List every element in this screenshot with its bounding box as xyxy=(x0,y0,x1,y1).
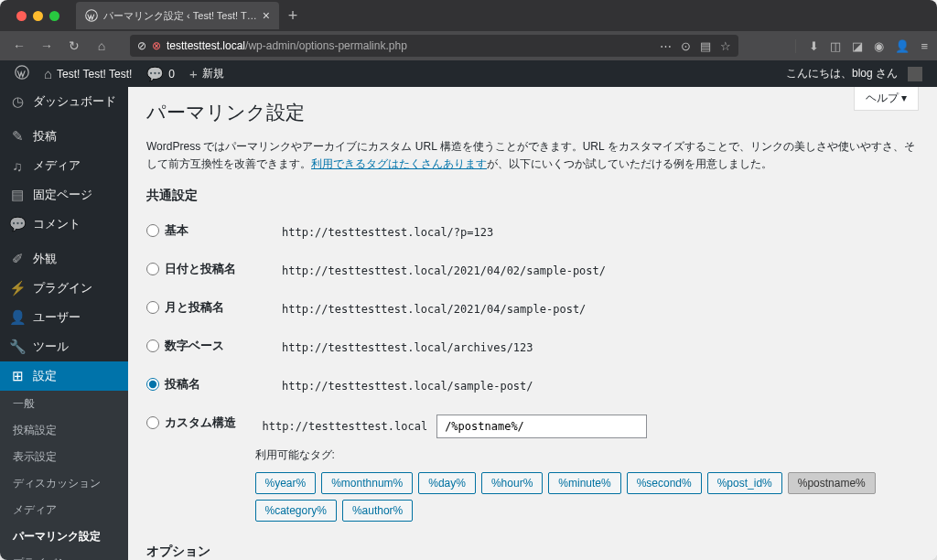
shield-icon: ⊘ xyxy=(137,39,146,52)
bookmark-icon[interactable]: ☆ xyxy=(720,39,731,53)
permalink-radio[interactable] xyxy=(146,301,159,314)
sidebar-icon[interactable]: ◪ xyxy=(852,39,863,53)
library-icon[interactable]: ◫ xyxy=(830,39,841,53)
submenu-item[interactable]: ディスカッション xyxy=(0,470,128,497)
tag-button[interactable]: %monthnum% xyxy=(321,472,413,494)
menu-icon[interactable]: ≡ xyxy=(921,39,928,53)
local-icon: ⊗ xyxy=(152,39,161,52)
account-icon[interactable]: 👤 xyxy=(895,39,910,53)
back-button[interactable]: ← xyxy=(9,36,29,56)
option-label[interactable]: 投稿名 xyxy=(146,376,275,393)
reload-button[interactable]: ↻ xyxy=(64,36,84,56)
tag-button[interactable]: %second% xyxy=(627,472,702,494)
account-link[interactable]: こんにちは、blog さん xyxy=(779,66,930,81)
submenu-item[interactable]: パーマリンク設定 xyxy=(0,523,128,550)
tag-button[interactable]: %year% xyxy=(255,472,317,494)
wp-logo[interactable] xyxy=(7,60,37,87)
common-settings-heading: 共通設定 xyxy=(146,188,919,204)
permalink-option-row: 日付と投稿名http://testtesttest.local/2021/04/… xyxy=(146,252,919,290)
sidebar-item-plug[interactable]: ⚡プラグイン xyxy=(0,274,128,303)
permalink-option-row: カスタム構造 http://testtesttest.local 利用可能なタグ… xyxy=(146,405,919,531)
tag-button[interactable]: %author% xyxy=(342,500,413,522)
wp-admin-bar: ⌂Test! Test! Test! 💬0 +新規 こんにちは、blog さん xyxy=(0,60,937,87)
tag-button[interactable]: %day% xyxy=(418,472,476,494)
svg-point-0 xyxy=(86,10,98,22)
window-minimize-icon[interactable] xyxy=(33,11,43,21)
new-content-link[interactable]: +新規 xyxy=(182,60,232,87)
mobile-icon[interactable]: ▤ xyxy=(700,39,711,53)
permalink-example: http://testtesttest.local/sample-post/ xyxy=(275,376,541,396)
tag-button[interactable]: %post_id% xyxy=(707,472,782,494)
page-intro: WordPress ではパーマリンクやアーカイブにカスタム URL 構造を使うこ… xyxy=(146,138,919,173)
user-icon: 👤 xyxy=(9,309,26,326)
tag-button[interactable]: %category% xyxy=(255,500,337,522)
tab-title: パーマリンク設定 ‹ Test! Test! T… xyxy=(103,9,257,23)
base-url: http://testtesttest.local xyxy=(255,415,436,437)
comments-link[interactable]: 💬0 xyxy=(139,60,182,87)
tag-button[interactable]: %minute% xyxy=(548,472,620,494)
download-icon[interactable]: ⬇ xyxy=(809,39,819,53)
home-button[interactable]: ⌂ xyxy=(92,36,112,56)
url-input[interactable]: ⊘ ⊗ testtesttest.local/wp-admin/options-… xyxy=(130,35,738,57)
comment-icon: 💬 xyxy=(9,216,26,232)
option-label[interactable]: 数字ベース xyxy=(146,338,275,354)
sidebar-item-pin[interactable]: ✎投稿 xyxy=(0,122,128,151)
sidebar-item-comment[interactable]: 💬コメント xyxy=(0,210,128,239)
dashboard-icon: ◷ xyxy=(9,93,26,110)
permalink-radio[interactable] xyxy=(146,416,159,429)
window-zoom-icon[interactable] xyxy=(49,11,59,21)
reader-icon[interactable]: ⊙ xyxy=(681,39,691,53)
submenu-item[interactable]: 一般 xyxy=(0,391,128,417)
sidebar-item-tool[interactable]: 🔧ツール xyxy=(0,332,128,361)
admin-sidebar: ◷ダッシュボード✎投稿♫メディア▤固定ページ💬コメント✐外観⚡プラグイン👤ユーザ… xyxy=(0,87,128,560)
option-heading: オプション xyxy=(146,544,919,560)
permalink-option-row: 投稿名http://testtesttest.local/sample-post… xyxy=(146,367,919,405)
sidebar-item-user[interactable]: 👤ユーザー xyxy=(0,303,128,332)
permalink-radio[interactable] xyxy=(146,378,159,391)
option-label[interactable]: カスタム構造 xyxy=(146,415,255,431)
permalink-radio[interactable] xyxy=(146,339,159,352)
submenu-item[interactable]: メディア xyxy=(0,497,128,523)
window-close-icon[interactable] xyxy=(16,11,27,21)
sidebar-item-settings[interactable]: ⊞設定 xyxy=(0,361,128,391)
site-name-link[interactable]: ⌂Test! Test! Test! xyxy=(37,60,139,87)
sidebar-item-dashboard[interactable]: ◷ダッシュボード xyxy=(0,87,128,116)
page-content: ヘルプ ▾ パーマリンク設定 WordPress ではパーマリンクやアーカイブに… xyxy=(128,87,937,560)
tags-doc-link[interactable]: 利用できるタグはたくさんあります xyxy=(311,157,487,170)
plug-icon: ⚡ xyxy=(9,280,26,296)
browser-tab[interactable]: パーマリンク設定 ‹ Test! Test! T… × xyxy=(76,2,279,29)
page-title: パーマリンク設定 xyxy=(146,100,919,125)
permalink-option-row: 数字ベースhttp://testtesttest.local/archives/… xyxy=(146,328,919,367)
sidebar-item-media[interactable]: ♫メディア xyxy=(0,151,128,180)
pocket-icon[interactable]: ◉ xyxy=(874,39,884,53)
new-tab-button[interactable]: + xyxy=(279,6,307,26)
brush-icon: ✐ xyxy=(9,251,26,267)
close-icon[interactable]: × xyxy=(263,8,270,23)
permalink-option-row: 基本http://testtesttest.local/?p=123 xyxy=(146,213,919,252)
permalink-radio[interactable] xyxy=(146,263,159,275)
permalink-example: http://testtesttest.local/2021/04/sample… xyxy=(275,299,593,319)
tags-label: 利用可能なタグ: xyxy=(255,447,919,463)
forward-button[interactable]: → xyxy=(37,36,57,56)
submenu-item[interactable]: プライバシー xyxy=(0,550,128,560)
tool-icon: 🔧 xyxy=(9,339,26,355)
option-label[interactable]: 月と投稿名 xyxy=(146,299,275,316)
help-tab[interactable]: ヘルプ ▾ xyxy=(854,87,919,111)
sidebar-item-page[interactable]: ▤固定ページ xyxy=(0,180,128,210)
submenu-item[interactable]: 表示設定 xyxy=(0,444,128,470)
permalink-example: http://testtesttest.local/?p=123 xyxy=(275,222,501,242)
wordpress-icon xyxy=(85,9,98,22)
more-icon[interactable]: ⋯ xyxy=(660,39,672,53)
sidebar-item-brush[interactable]: ✐外観 xyxy=(0,244,128,274)
option-label[interactable]: 日付と投稿名 xyxy=(146,261,275,277)
permalink-radio[interactable] xyxy=(146,224,159,237)
svg-point-1 xyxy=(16,66,28,79)
option-label[interactable]: 基本 xyxy=(146,222,275,239)
custom-structure-input[interactable] xyxy=(436,415,647,438)
tag-button[interactable]: %hour% xyxy=(481,472,543,494)
permalink-example: http://testtesttest.local/2021/04/02/sam… xyxy=(275,261,613,281)
submenu-item[interactable]: 投稿設定 xyxy=(0,417,128,444)
browser-tabbar: パーマリンク設定 ‹ Test! Test! T… × + xyxy=(0,0,937,31)
tag-button[interactable]: %postname% xyxy=(788,472,876,494)
permalink-option-row: 月と投稿名http://testtesttest.local/2021/04/s… xyxy=(146,290,919,328)
